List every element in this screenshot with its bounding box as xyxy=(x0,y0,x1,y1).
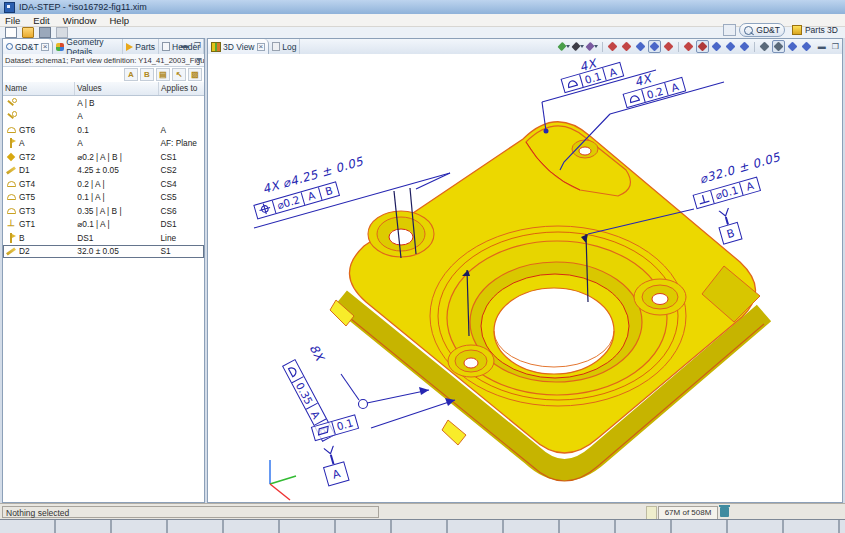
tab-label: Parts xyxy=(135,42,155,52)
table-row[interactable]: BDS1Line xyxy=(3,231,204,245)
column-header-applies-to[interactable]: Applies to xyxy=(159,82,204,95)
table-row[interactable]: GT50.1 | A |CS5 xyxy=(3,191,204,205)
view-right-icon[interactable] xyxy=(648,40,661,53)
background-color-icon xyxy=(557,42,566,51)
minimize-panel-icon[interactable]: ▬ xyxy=(180,41,190,51)
parts3d-icon xyxy=(792,25,802,35)
table-row[interactable]: A | B xyxy=(3,96,204,110)
table-row[interactable]: A xyxy=(3,110,204,124)
garbage-collect-icon[interactable] xyxy=(720,507,729,517)
edit-dataset-icon[interactable]: ▨ xyxy=(188,68,202,81)
rotate-mode-icon[interactable] xyxy=(786,40,799,53)
tab-label: GD&T xyxy=(15,42,39,52)
view-nw-iso-icon[interactable] xyxy=(738,40,751,53)
view-left-icon[interactable] xyxy=(634,40,647,53)
pick-arrow-icon[interactable]: ↖ xyxy=(172,68,186,81)
row-values: A | B xyxy=(75,98,158,108)
view-sw-iso-icon[interactable] xyxy=(696,40,709,53)
row-applies-to: AF: Plane xyxy=(158,138,203,148)
maximize-panel-icon[interactable]: ❒ xyxy=(193,41,202,51)
view-se-iso-icon[interactable] xyxy=(710,40,723,53)
view-top-icon xyxy=(663,42,673,52)
close-tab-icon[interactable]: × xyxy=(257,43,266,51)
show-datum-b-icon[interactable]: B xyxy=(140,68,154,81)
render-style-icon[interactable] xyxy=(572,40,585,53)
table-row[interactable]: AAAF: Plane xyxy=(3,137,204,151)
zoom-mode-icon[interactable] xyxy=(758,40,771,53)
row-name: D1 xyxy=(19,165,30,175)
background-color-icon[interactable] xyxy=(558,40,571,53)
tab-gd-t[interactable]: GD&T× xyxy=(3,39,53,54)
menu-window[interactable]: Window xyxy=(63,15,97,26)
view-top-icon[interactable] xyxy=(662,40,675,53)
row-name: GT4 xyxy=(19,179,35,189)
table-row[interactable]: GT30.35 | A | B |CS6 xyxy=(3,204,204,218)
row-values: A xyxy=(75,138,158,148)
row-values: 0.2 | A | xyxy=(75,179,158,189)
view-ne-iso-icon[interactable] xyxy=(724,40,737,53)
row-name: D2 xyxy=(19,246,30,256)
view-left-icon xyxy=(635,42,645,52)
tab-geometry-details[interactable]: Geometry Details xyxy=(53,39,123,54)
show-datum-a-icon[interactable]: A xyxy=(124,68,138,81)
3d-canvas[interactable]: 4X 0.1 A 4X 0.2 A 4X ⌀4.25 ± 0.05 xyxy=(208,54,842,502)
table-row[interactable]: D232.0 ± 0.05S1 xyxy=(3,245,204,259)
main-toolbar xyxy=(0,27,845,38)
profile-icon xyxy=(6,206,17,216)
row-applies-to: A xyxy=(158,125,203,135)
pan-mode-icon[interactable] xyxy=(800,40,813,53)
dataset-line: Dataset: schema1; Part view definition: … xyxy=(5,56,204,65)
view-se-iso-icon xyxy=(711,42,721,52)
show-table-icon[interactable]: ▤ xyxy=(156,68,170,81)
window-title: IDA-STEP - *iso16792-fig11.xim xyxy=(19,2,147,12)
view-ne-iso-icon xyxy=(725,42,735,52)
row-applies-to: S1 xyxy=(158,246,203,256)
window-titlebar[interactable]: IDA-STEP - *iso16792-fig11.xim xyxy=(0,0,845,14)
tab-3d-view[interactable]: 3D View× xyxy=(208,39,269,54)
new-icon[interactable] xyxy=(5,27,17,38)
perspective-gdt-button[interactable]: GD&T xyxy=(739,23,785,37)
table-row[interactable]: GT2⌀0.2 | A | B |CS1 xyxy=(3,150,204,164)
gdt-panel-tabbar: GD&T×Geometry DetailsPartsHeader xyxy=(3,39,204,55)
open-icon[interactable] xyxy=(22,27,34,38)
rotate-mode-icon xyxy=(787,42,797,52)
toolbar-separator xyxy=(602,42,603,52)
menu-edit[interactable]: Edit xyxy=(33,15,49,26)
gd-t-icon xyxy=(6,43,13,50)
tab-parts[interactable]: Parts xyxy=(123,39,159,54)
datum-reference: A xyxy=(664,78,685,95)
view-front-icon[interactable] xyxy=(606,40,619,53)
heap-indicator xyxy=(646,506,657,520)
coordinate-triad xyxy=(270,460,296,500)
projection-icon[interactable] xyxy=(586,40,599,53)
view-bottom-icon[interactable] xyxy=(682,40,695,53)
application-window: IDA-STEP - *iso16792-fig11.xim FileEditW… xyxy=(0,0,845,533)
table-row[interactable]: GT1⌀0.1 | A |DS1 xyxy=(3,218,204,232)
windows-taskbar[interactable] xyxy=(0,519,845,533)
dataset-selector[interactable]: Dataset: schema1; Part view definition: … xyxy=(3,54,204,67)
menu-file[interactable]: File xyxy=(5,15,20,26)
maximize-view-icon[interactable]: ❒ xyxy=(831,42,840,52)
row-applies-to: DS1 xyxy=(158,219,203,229)
close-tab-icon[interactable]: × xyxy=(41,43,50,51)
open-perspective-icon[interactable] xyxy=(723,24,736,36)
menu-help[interactable]: Help xyxy=(109,15,129,26)
column-header-values[interactable]: Values xyxy=(75,82,159,95)
perspective-parts3d-button[interactable]: Parts 3D xyxy=(788,24,842,36)
view-back-icon[interactable] xyxy=(620,40,633,53)
tab-log[interactable]: Log xyxy=(269,39,300,54)
table-row[interactable]: GT40.2 | A |CS4 xyxy=(3,177,204,191)
table-row[interactable]: D14.25 ± 0.05CS2 xyxy=(3,164,204,178)
row-applies-to: CS5 xyxy=(158,192,203,202)
dimension-icon xyxy=(6,246,17,256)
table-row[interactable]: GT60.1A xyxy=(3,123,204,137)
view-front-icon xyxy=(607,42,617,52)
app-icon xyxy=(4,2,15,13)
save-icon[interactable] xyxy=(39,27,51,38)
magnifier-icon xyxy=(744,26,753,35)
minimize-view-icon[interactable]: ▬ xyxy=(817,42,827,52)
column-header-name[interactable]: Name xyxy=(3,82,75,95)
select-mode-icon[interactable] xyxy=(772,40,785,53)
view-toolbar: ▬❒ xyxy=(558,40,840,53)
select-mode-icon xyxy=(773,42,783,52)
